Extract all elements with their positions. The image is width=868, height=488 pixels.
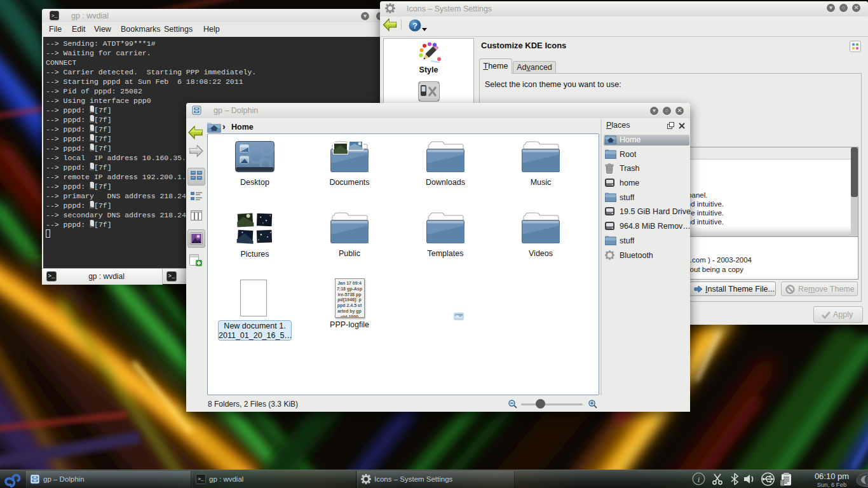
svg-text:?: ? [412, 21, 417, 30]
svg-text:i: i [698, 475, 700, 484]
